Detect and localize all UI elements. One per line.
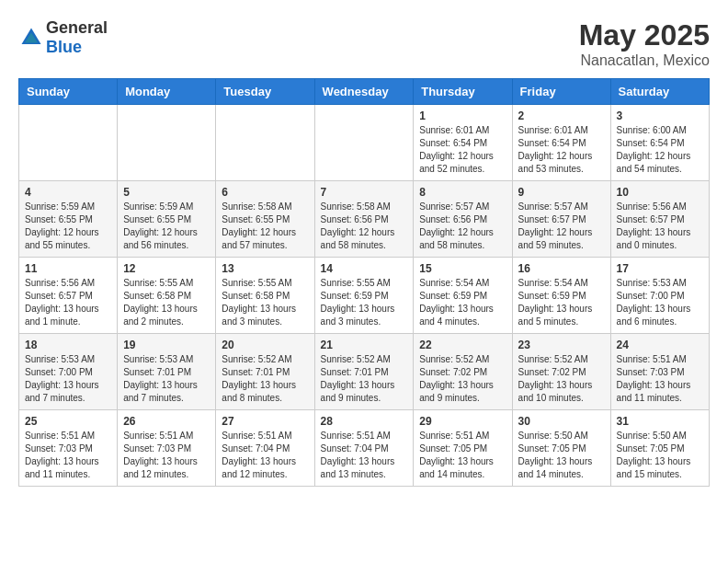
day-of-week-header: Saturday [610,79,709,105]
month-year: May 2025 [579,18,710,52]
day-number: 5 [123,186,210,199]
day-info: Sunrise: 5:50 AMSunset: 7:05 PMDaylight:… [518,430,605,481]
calendar-cell: 12Sunrise: 5:55 AMSunset: 6:58 PMDayligh… [118,258,216,334]
calendar-cell: 25Sunrise: 5:51 AMSunset: 7:03 PMDayligh… [19,410,118,487]
day-number: 2 [518,109,605,122]
day-number: 18 [25,339,111,351]
calendar-header-row: SundayMondayTuesdayWednesdayThursdayFrid… [19,79,710,105]
day-info: Sunrise: 5:51 AMSunset: 7:05 PMDaylight:… [419,430,506,481]
calendar-cell: 26Sunrise: 5:51 AMSunset: 7:03 PMDayligh… [118,410,216,487]
calendar-cell: 4Sunrise: 5:59 AMSunset: 6:55 PMDaylight… [19,181,118,258]
calendar-week-row: 18Sunrise: 5:53 AMSunset: 7:00 PMDayligh… [19,334,710,410]
calendar-cell: 27Sunrise: 5:51 AMSunset: 7:04 PMDayligh… [216,410,314,487]
calendar-cell: 21Sunrise: 5:52 AMSunset: 7:01 PMDayligh… [314,334,414,410]
calendar-cell [118,105,216,181]
logo-general: General [46,18,108,37]
calendar-cell [314,105,414,181]
day-of-week-header: Tuesday [216,79,314,105]
day-info: Sunrise: 5:54 AMSunset: 6:59 PMDaylight:… [419,277,506,328]
logo-icon [18,25,44,51]
calendar-week-row: 1Sunrise: 6:01 AMSunset: 6:54 PMDaylight… [19,105,710,181]
calendar-cell: 13Sunrise: 5:55 AMSunset: 6:58 PMDayligh… [216,258,314,334]
calendar-cell: 24Sunrise: 5:51 AMSunset: 7:03 PMDayligh… [610,334,709,410]
calendar-cell: 29Sunrise: 5:51 AMSunset: 7:05 PMDayligh… [414,410,512,487]
calendar-cell: 10Sunrise: 5:56 AMSunset: 6:57 PMDayligh… [610,181,709,258]
calendar-week-row: 11Sunrise: 5:56 AMSunset: 6:57 PMDayligh… [19,258,710,334]
location: Nanacatlan, Mexico [579,52,710,69]
calendar-cell: 14Sunrise: 5:55 AMSunset: 6:59 PMDayligh… [314,258,414,334]
day-number: 7 [321,186,408,199]
day-number: 12 [123,262,210,275]
day-info: Sunrise: 5:55 AMSunset: 6:59 PMDaylight:… [321,277,408,328]
day-info: Sunrise: 6:01 AMSunset: 6:54 PMDaylight:… [518,124,605,176]
day-number: 17 [617,262,703,275]
day-info: Sunrise: 5:54 AMSunset: 6:59 PMDaylight:… [518,277,605,328]
day-info: Sunrise: 5:51 AMSunset: 7:03 PMDaylight:… [25,430,111,481]
day-info: Sunrise: 5:58 AMSunset: 6:56 PMDaylight:… [321,201,408,252]
day-info: Sunrise: 5:53 AMSunset: 7:00 PMDaylight:… [25,353,111,405]
calendar-cell: 30Sunrise: 5:50 AMSunset: 7:05 PMDayligh… [512,410,610,487]
calendar-cell: 7Sunrise: 5:58 AMSunset: 6:56 PMDaylight… [314,181,414,258]
day-number: 22 [419,339,506,351]
day-info: Sunrise: 5:56 AMSunset: 6:57 PMDaylight:… [25,277,111,328]
calendar-cell: 28Sunrise: 5:51 AMSunset: 7:04 PMDayligh… [314,410,414,487]
calendar-cell: 8Sunrise: 5:57 AMSunset: 6:56 PMDaylight… [414,181,512,258]
day-number: 9 [518,186,605,199]
day-info: Sunrise: 5:59 AMSunset: 6:55 PMDaylight:… [123,201,210,252]
day-info: Sunrise: 5:55 AMSunset: 6:58 PMDaylight:… [123,277,210,328]
calendar-cell: 9Sunrise: 5:57 AMSunset: 6:57 PMDaylight… [512,181,610,258]
calendar-cell: 31Sunrise: 5:50 AMSunset: 7:05 PMDayligh… [610,410,709,487]
calendar: SundayMondayTuesdayWednesdayThursdayFrid… [18,78,710,487]
calendar-cell: 3Sunrise: 6:00 AMSunset: 6:54 PMDaylight… [610,105,709,181]
day-info: Sunrise: 5:51 AMSunset: 7:03 PMDaylight:… [123,430,210,481]
day-number: 10 [617,186,703,199]
calendar-cell: 11Sunrise: 5:56 AMSunset: 6:57 PMDayligh… [19,258,118,334]
calendar-cell: 16Sunrise: 5:54 AMSunset: 6:59 PMDayligh… [512,258,610,334]
logo: General Blue [18,18,108,57]
day-number: 6 [222,186,308,199]
calendar-cell: 18Sunrise: 5:53 AMSunset: 7:00 PMDayligh… [19,334,118,410]
day-number: 26 [123,415,210,428]
day-info: Sunrise: 5:51 AMSunset: 7:04 PMDaylight:… [321,430,408,481]
page-header: General Blue May 2025 Nanacatlan, Mexico [18,18,710,69]
calendar-cell: 6Sunrise: 5:58 AMSunset: 6:55 PMDaylight… [216,181,314,258]
calendar-cell: 2Sunrise: 6:01 AMSunset: 6:54 PMDaylight… [512,105,610,181]
day-number: 11 [25,262,111,275]
day-info: Sunrise: 5:53 AMSunset: 7:00 PMDaylight:… [617,277,703,328]
day-number: 20 [222,339,308,351]
day-info: Sunrise: 5:57 AMSunset: 6:56 PMDaylight:… [419,201,506,252]
day-info: Sunrise: 6:00 AMSunset: 6:54 PMDaylight:… [617,124,703,176]
day-info: Sunrise: 5:52 AMSunset: 7:01 PMDaylight:… [321,353,408,405]
day-number: 16 [518,262,605,275]
day-info: Sunrise: 5:59 AMSunset: 6:55 PMDaylight:… [25,201,111,252]
day-of-week-header: Thursday [414,79,512,105]
day-info: Sunrise: 5:52 AMSunset: 7:02 PMDaylight:… [419,353,506,405]
day-info: Sunrise: 5:52 AMSunset: 7:02 PMDaylight:… [518,353,605,405]
day-info: Sunrise: 5:55 AMSunset: 6:58 PMDaylight:… [222,277,308,328]
day-info: Sunrise: 5:56 AMSunset: 6:57 PMDaylight:… [617,201,703,252]
day-info: Sunrise: 5:53 AMSunset: 7:01 PMDaylight:… [123,353,210,405]
calendar-cell: 1Sunrise: 6:01 AMSunset: 6:54 PMDaylight… [414,105,512,181]
day-info: Sunrise: 5:50 AMSunset: 7:05 PMDaylight:… [617,430,703,481]
day-number: 29 [419,415,506,428]
day-number: 25 [25,415,111,428]
day-info: Sunrise: 5:51 AMSunset: 7:04 PMDaylight:… [222,430,308,481]
day-info: Sunrise: 5:57 AMSunset: 6:57 PMDaylight:… [518,201,605,252]
calendar-cell: 5Sunrise: 5:59 AMSunset: 6:55 PMDaylight… [118,181,216,258]
day-number: 8 [419,186,506,199]
day-number: 3 [617,109,703,122]
calendar-week-row: 4Sunrise: 5:59 AMSunset: 6:55 PMDaylight… [19,181,710,258]
day-of-week-header: Sunday [19,79,118,105]
day-number: 28 [321,415,408,428]
day-of-week-header: Monday [118,79,216,105]
day-number: 1 [419,109,506,122]
day-of-week-header: Wednesday [314,79,414,105]
day-info: Sunrise: 5:58 AMSunset: 6:55 PMDaylight:… [222,201,308,252]
day-of-week-header: Friday [512,79,610,105]
day-number: 13 [222,262,308,275]
calendar-cell [216,105,314,181]
day-number: 27 [222,415,308,428]
day-number: 24 [617,339,703,351]
calendar-cell: 15Sunrise: 5:54 AMSunset: 6:59 PMDayligh… [414,258,512,334]
logo-blue: Blue [46,38,82,56]
